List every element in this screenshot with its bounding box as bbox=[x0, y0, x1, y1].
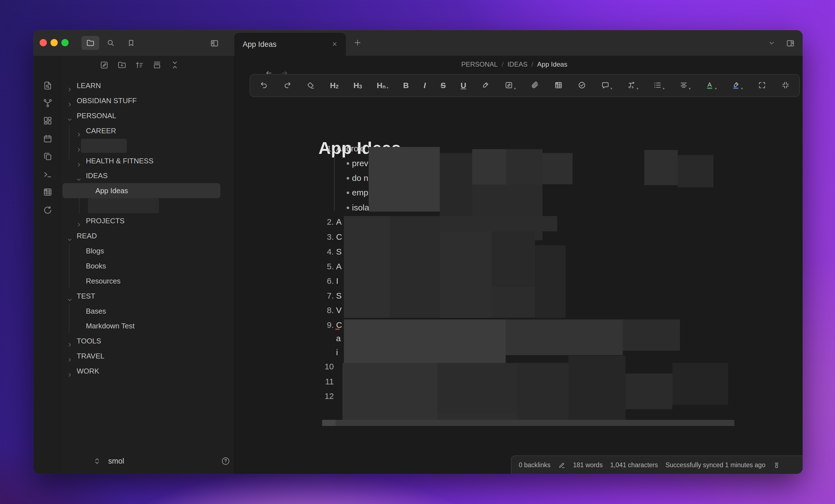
help-icon[interactable] bbox=[221, 456, 230, 466]
tree-item-blogs[interactable]: Blogs bbox=[62, 243, 234, 258]
breadcrumb-current[interactable]: App Ideas bbox=[537, 61, 567, 68]
toolbar-clear-format-button[interactable] bbox=[306, 81, 315, 90]
chevron-right-icon[interactable] bbox=[67, 368, 73, 383]
toolbar-text-transform-button[interactable]: ▾ bbox=[627, 81, 639, 90]
tree-item-bases[interactable]: Bases bbox=[62, 303, 234, 319]
collapse-card-button[interactable] bbox=[152, 60, 162, 70]
tree-item-label: Blogs bbox=[86, 243, 104, 258]
toolbar-line-width-button[interactable]: ▾ bbox=[679, 81, 691, 90]
toolbar-underline-button[interactable]: U bbox=[461, 81, 466, 90]
toolbar-heading-2-button[interactable]: H2 bbox=[330, 81, 339, 90]
tree-item-test[interactable]: TEST bbox=[62, 289, 234, 303]
toolbar-font-color-button[interactable]: ▾ bbox=[705, 81, 717, 90]
toolbar-exit-fullscreen-button[interactable] bbox=[781, 81, 790, 90]
tab-close-button[interactable] bbox=[331, 41, 338, 47]
toolbar-italic-button[interactable]: I bbox=[424, 81, 426, 90]
toggle-right-sidebar-button[interactable] bbox=[786, 39, 795, 48]
toolbar-bullet-list-button[interactable]: ▾ bbox=[653, 81, 665, 90]
toolbar-task-button[interactable] bbox=[577, 81, 586, 90]
tree-item-projects[interactable]: PROJECTS bbox=[62, 213, 234, 228]
breadcrumb-part[interactable]: IDEAS bbox=[507, 61, 527, 68]
redacted-content-block bbox=[472, 149, 506, 185]
wrapped-line-fragment: i bbox=[336, 345, 338, 360]
list-item-text: S bbox=[336, 244, 342, 259]
caret-down-icon: ▾ bbox=[741, 86, 743, 90]
toolbar-highlight-color-button[interactable]: ▾ bbox=[732, 81, 743, 90]
ribbon-layout-cards-icon[interactable] bbox=[43, 116, 53, 126]
toolbar-underline-label: U bbox=[461, 81, 466, 90]
toolbar-heading-3-button[interactable]: H3 bbox=[353, 81, 362, 90]
files-view-button[interactable] bbox=[81, 36, 99, 50]
redacted-content-block bbox=[440, 216, 557, 231]
sync-device-icon[interactable] bbox=[773, 461, 780, 469]
new-folder-button[interactable] bbox=[117, 60, 127, 70]
list-item-text: A bbox=[336, 259, 342, 274]
new-tab-button[interactable] bbox=[353, 38, 362, 47]
ribbon-calendar-icon[interactable] bbox=[43, 134, 53, 144]
toolbar-highlighter-button[interactable] bbox=[481, 81, 490, 90]
ribbon-sync-icon[interactable] bbox=[43, 205, 53, 215]
vault-switcher[interactable]: smol bbox=[91, 452, 234, 470]
tab-list-dropdown-button[interactable] bbox=[768, 39, 775, 46]
edit-pencil-icon[interactable] bbox=[558, 461, 566, 469]
tree-item-redacted[interactable] bbox=[62, 198, 234, 213]
tree-item-health-fitness[interactable]: HEALTH & FITNESS bbox=[62, 153, 234, 168]
highlight-color-icon bbox=[732, 81, 740, 90]
exit-fullscreen-icon bbox=[781, 81, 790, 90]
close-icon bbox=[331, 41, 338, 47]
breadcrumb-part[interactable]: PERSONAL bbox=[461, 61, 498, 68]
ribbon-graph-icon[interactable] bbox=[43, 98, 53, 108]
tree-item-ideas[interactable]: IDEAS bbox=[62, 168, 234, 183]
tree-item-app-ideas[interactable]: App Ideas bbox=[62, 183, 234, 198]
list-number: 2. bbox=[314, 214, 334, 229]
tree-item-travel[interactable]: TRAVEL bbox=[62, 349, 234, 363]
desktop: App Ideas LEARNOBSIDIAN STUFFPERSONALCAR… bbox=[0, 0, 835, 504]
text-transform-icon bbox=[627, 81, 636, 90]
search-view-button[interactable] bbox=[106, 39, 115, 47]
toolbar-undo-button[interactable] bbox=[260, 81, 268, 90]
ribbon-file-search-icon[interactable] bbox=[43, 81, 53, 90]
tree-item-learn[interactable]: LEARN bbox=[62, 78, 234, 93]
folder-icon bbox=[86, 39, 95, 47]
tree-item-tools[interactable]: TOOLS bbox=[62, 333, 234, 349]
tab-label: App Ideas bbox=[243, 33, 277, 56]
toggle-left-sidebar-button[interactable] bbox=[210, 39, 219, 48]
sort-button[interactable] bbox=[135, 60, 144, 70]
tree-item-read[interactable]: READ bbox=[62, 228, 234, 243]
tree-item-career[interactable]: CAREER bbox=[62, 123, 234, 138]
toolbar-comment-button[interactable]: ▾ bbox=[601, 81, 612, 90]
ribbon-files-icon[interactable] bbox=[43, 151, 53, 162]
redacted-content-block bbox=[517, 363, 568, 426]
toolbar-callout-button[interactable]: ▾ bbox=[505, 81, 516, 90]
zoom-window-button[interactable] bbox=[61, 39, 68, 46]
breadcrumb[interactable]: PERSONAL/IDEAS/App Ideas bbox=[461, 56, 567, 73]
tree-item-personal[interactable]: PERSONAL bbox=[62, 108, 234, 123]
tree-item-resources[interactable]: Resources bbox=[62, 273, 234, 289]
file-explorer-sidebar: LEARNOBSIDIAN STUFFPERSONALCAREERHEALTH … bbox=[62, 56, 234, 474]
new-note-button[interactable] bbox=[100, 60, 109, 70]
backlinks-count[interactable]: 0 backlinks bbox=[519, 461, 551, 469]
toolbar-redo-button[interactable] bbox=[283, 81, 292, 90]
ribbon-terminal-icon[interactable] bbox=[43, 169, 53, 180]
tree-item-obsidian-stuff[interactable]: OBSIDIAN STUFF bbox=[62, 93, 234, 108]
toolbar-fullscreen-button[interactable] bbox=[758, 81, 767, 90]
toolbar-attach-button[interactable] bbox=[531, 81, 539, 90]
toolbar-sub-label: 2 bbox=[336, 84, 339, 90]
toolbar-strikethrough-button[interactable]: S bbox=[441, 81, 446, 90]
tree-item-work[interactable]: WORK bbox=[62, 363, 234, 379]
tree-item-books[interactable]: Books bbox=[62, 258, 234, 273]
ribbon-table-icon[interactable] bbox=[43, 187, 53, 197]
minimize-window-button[interactable] bbox=[50, 39, 58, 46]
reading-mode-button[interactable] bbox=[802, 68, 803, 77]
collapse-all-button[interactable] bbox=[170, 60, 180, 70]
toolbar-bold-button[interactable]: B bbox=[403, 81, 409, 90]
sync-status-text: Successfully synced 1 minutes ago bbox=[666, 461, 765, 469]
tab-app-ideas[interactable]: App Ideas bbox=[234, 33, 346, 56]
tree-item-markdown-test[interactable]: Markdown Test bbox=[62, 318, 234, 333]
close-window-button[interactable] bbox=[40, 39, 47, 46]
bookmarks-view-button[interactable] bbox=[127, 39, 135, 47]
tree-item-redacted[interactable] bbox=[62, 138, 234, 153]
toolbar-table-button[interactable] bbox=[554, 81, 563, 90]
tree-item-label: Markdown Test bbox=[86, 318, 135, 333]
toolbar-heading-n-button[interactable]: Hn▾ bbox=[377, 81, 388, 90]
